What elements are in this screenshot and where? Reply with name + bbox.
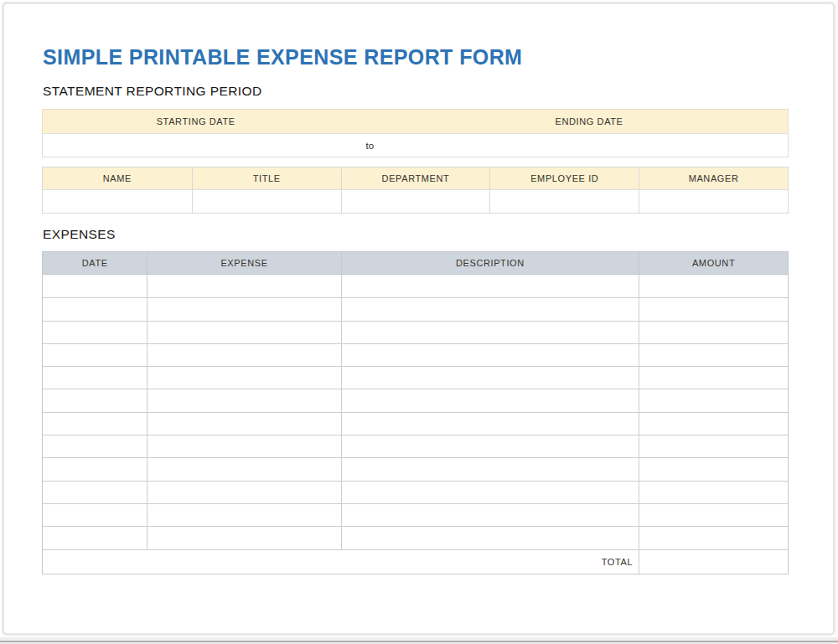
ending-date-header: ENDING DATE bbox=[391, 110, 788, 133]
expense-row bbox=[43, 366, 788, 389]
date-separator-label: to bbox=[349, 134, 391, 157]
expense-cell[interactable] bbox=[147, 275, 340, 297]
reporting-period-table: STARTING DATE ENDING DATE to bbox=[42, 109, 789, 157]
expense-cell[interactable] bbox=[147, 435, 340, 457]
title-header: TITLE bbox=[192, 167, 341, 189]
expense-cell[interactable] bbox=[639, 527, 788, 549]
expense-cell[interactable] bbox=[341, 275, 639, 297]
ending-date-field[interactable] bbox=[391, 134, 788, 157]
manager-field[interactable] bbox=[639, 190, 788, 213]
expense-cell[interactable] bbox=[147, 389, 340, 411]
expense-cell[interactable] bbox=[43, 367, 147, 389]
expense-cell[interactable] bbox=[147, 504, 340, 526]
reporting-period-input-row: to bbox=[42, 134, 789, 157]
expense-cell[interactable] bbox=[639, 322, 788, 343]
expense-cell[interactable] bbox=[43, 504, 147, 526]
starting-date-field[interactable] bbox=[43, 134, 349, 157]
expense-cell[interactable] bbox=[147, 344, 340, 366]
manager-header: MANAGER bbox=[639, 167, 788, 189]
expense-cell[interactable] bbox=[341, 527, 639, 549]
expense-cell[interactable] bbox=[639, 344, 788, 366]
expense-cell[interactable] bbox=[43, 298, 147, 320]
expense-row bbox=[43, 297, 788, 320]
expense-cell[interactable] bbox=[147, 367, 340, 389]
employee-input-row bbox=[42, 190, 789, 214]
expense-cell[interactable] bbox=[341, 322, 639, 343]
expense-row bbox=[43, 503, 788, 526]
expense-cell[interactable] bbox=[147, 458, 340, 480]
expense-cell[interactable] bbox=[43, 482, 147, 503]
expenses-header-row: DATE EXPENSE DESCRIPTION AMOUNT bbox=[43, 252, 788, 275]
expense-cell[interactable] bbox=[341, 482, 639, 503]
expense-cell[interactable] bbox=[639, 389, 788, 411]
expense-cell[interactable] bbox=[43, 527, 147, 549]
expense-cell[interactable] bbox=[639, 275, 788, 297]
expense-cell[interactable] bbox=[43, 389, 147, 411]
employee-id-header: EMPLOYEE ID bbox=[489, 167, 639, 189]
page-title: SIMPLE PRINTABLE EXPENSE REPORT FORM bbox=[43, 45, 522, 70]
expense-cell[interactable] bbox=[639, 482, 788, 503]
department-field[interactable] bbox=[341, 190, 490, 213]
expense-row bbox=[43, 389, 788, 411]
expense-cell[interactable] bbox=[341, 344, 639, 366]
expense-cell[interactable] bbox=[147, 413, 340, 435]
expenses-table: DATE EXPENSE DESCRIPTION AMOUNT TOTAL bbox=[42, 251, 789, 574]
expense-row bbox=[43, 321, 788, 343]
reporting-period-header-row: STARTING DATE ENDING DATE bbox=[42, 109, 789, 134]
expense-row bbox=[43, 412, 788, 435]
expense-cell[interactable] bbox=[147, 482, 340, 503]
expense-cell[interactable] bbox=[341, 504, 639, 526]
title-field[interactable] bbox=[192, 190, 341, 213]
expense-row bbox=[43, 343, 788, 366]
amount-header: AMOUNT bbox=[639, 252, 788, 274]
expense-cell[interactable] bbox=[341, 389, 639, 411]
date-header: DATE bbox=[43, 252, 147, 274]
expense-cell[interactable] bbox=[639, 458, 788, 480]
department-header: DEPARTMENT bbox=[341, 167, 490, 189]
expense-cell[interactable] bbox=[639, 435, 788, 457]
expense-cell[interactable] bbox=[43, 435, 147, 457]
expense-rows bbox=[43, 275, 788, 549]
section-heading-expenses: EXPENSES bbox=[43, 227, 116, 242]
expense-cell[interactable] bbox=[341, 298, 639, 320]
expense-cell[interactable] bbox=[147, 298, 340, 320]
page-bottom-edge bbox=[0, 641, 838, 642]
description-header: DESCRIPTION bbox=[341, 252, 639, 274]
expense-cell[interactable] bbox=[43, 413, 147, 435]
expense-cell[interactable] bbox=[639, 367, 788, 389]
name-field[interactable] bbox=[43, 190, 192, 213]
total-row: TOTAL bbox=[43, 549, 788, 574]
total-amount-field[interactable] bbox=[639, 550, 788, 574]
expense-row bbox=[43, 275, 788, 297]
expense-cell[interactable] bbox=[43, 275, 147, 297]
employee-id-field[interactable] bbox=[489, 190, 639, 213]
expense-cell[interactable] bbox=[147, 527, 340, 549]
expense-row bbox=[43, 457, 788, 480]
expense-row bbox=[43, 435, 788, 457]
expense-row bbox=[43, 526, 788, 549]
expense-cell[interactable] bbox=[341, 458, 639, 480]
expense-cell[interactable] bbox=[639, 504, 788, 526]
section-heading-reporting-period: STATEMENT REPORTING PERIOD bbox=[43, 84, 262, 99]
expense-cell[interactable] bbox=[43, 344, 147, 366]
expense-cell[interactable] bbox=[43, 458, 147, 480]
starting-date-header: STARTING DATE bbox=[43, 110, 349, 133]
expense-header: EXPENSE bbox=[147, 252, 340, 274]
expense-cell[interactable] bbox=[43, 322, 147, 343]
expense-cell[interactable] bbox=[639, 413, 788, 435]
total-label: TOTAL bbox=[43, 550, 639, 574]
expense-cell[interactable] bbox=[147, 322, 340, 343]
expense-row bbox=[43, 481, 788, 503]
separator-header-cell bbox=[349, 110, 391, 133]
expense-cell[interactable] bbox=[341, 413, 639, 435]
name-header: NAME bbox=[43, 167, 192, 189]
expense-cell[interactable] bbox=[639, 298, 788, 320]
employee-header-row: NAME TITLE DEPARTMENT EMPLOYEE ID MANAGE… bbox=[42, 167, 789, 190]
expense-cell[interactable] bbox=[341, 435, 639, 457]
expense-cell[interactable] bbox=[341, 367, 639, 389]
employee-info-table: NAME TITLE DEPARTMENT EMPLOYEE ID MANAGE… bbox=[42, 167, 789, 214]
